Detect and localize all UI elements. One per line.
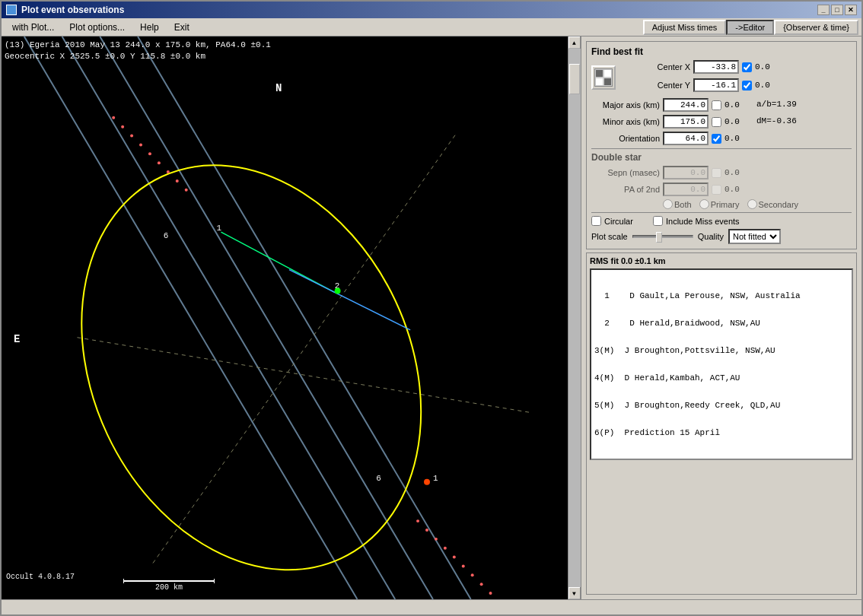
svg-point-22 [453, 556, 456, 559]
circular-checkbox[interactable] [591, 216, 601, 226]
rms-entry-2: 2 D Herald,Braidwood, NSW,AU [594, 319, 849, 328]
orientation-input[interactable] [663, 132, 709, 145]
n-label: N [275, 82, 282, 94]
menu-bar: with Plot... Plot options... Help Exit A… [2, 18, 861, 37]
svg-line-8 [289, 270, 410, 330]
primary-radio[interactable] [699, 199, 709, 209]
rms-list: 1 D Gault,La Perouse, NSW, Australia 2 D… [590, 268, 853, 460]
ab-info: a/b=1.39 [756, 98, 797, 112]
title-buttons: _ □ ✕ [817, 5, 857, 15]
secondary-label: Secondary [759, 200, 799, 209]
orientation-checkbox[interactable] [712, 134, 721, 144]
primary-radio-label[interactable]: Primary [699, 199, 740, 209]
center-x-label: Center X [622, 62, 690, 71]
menu-exit[interactable]: Exit [167, 21, 197, 34]
bottom-bar [2, 599, 861, 614]
icon-q3 [595, 78, 603, 86]
e-label: E [14, 333, 20, 345]
rms-entry-4: 4(M) D Herald,Kambah, ACT,AU [594, 373, 849, 383]
include-miss-checkbox[interactable] [653, 216, 663, 226]
radio-group: Both Primary Secondary [663, 199, 798, 209]
center-x-input[interactable] [693, 60, 739, 74]
editor-tab-button[interactable]: ->Editor [726, 20, 774, 35]
pa-input [663, 183, 709, 196]
svg-point-32 [335, 287, 341, 294]
svg-point-12 [139, 143, 142, 146]
plot-scale-label: Plot scale [591, 232, 628, 241]
fit-icon [594, 68, 613, 87]
scroll-down-button[interactable]: ▼ [568, 587, 581, 599]
center-y-input[interactable] [693, 78, 739, 92]
minor-axis-input[interactable] [663, 115, 709, 129]
divider-1 [591, 148, 852, 149]
plot-scale-slider[interactable] [632, 235, 693, 238]
minor-axis-checkbox[interactable] [712, 117, 721, 127]
rms-section: RMS fit 0.0 ±0.1 km 1 D Gault,La Perouse… [586, 252, 857, 595]
secondary-radio[interactable] [747, 199, 757, 209]
svg-line-4 [153, 135, 456, 564]
svg-text:6: 6 [164, 231, 169, 240]
icon-q2 [603, 69, 612, 78]
major-axis-checkbox[interactable] [712, 100, 721, 110]
svg-point-33 [424, 479, 430, 485]
scale-indicator: 200 km [123, 580, 215, 592]
plot-area[interactable]: 6 1 2 6 1 (13) Egeria 2010 May 13 244.0 … [2, 37, 568, 599]
center-x-row: Center X 0.0 Center Y 0.0 [591, 60, 852, 95]
center-y-field-row: Center Y 0.0 [622, 78, 778, 92]
svg-point-6 [18, 110, 485, 599]
svg-point-21 [444, 547, 447, 550]
major-axis-fixed: 0.0 [724, 100, 747, 110]
sepn-input [663, 166, 709, 179]
minimize-button[interactable]: _ [817, 5, 830, 15]
sepn-checkbox [712, 168, 721, 178]
menu-plot-options[interactable]: Plot options... [62, 21, 132, 34]
menu-help[interactable]: Help [132, 21, 167, 34]
scroll-thumb[interactable] [569, 64, 580, 94]
close-button[interactable]: ✕ [845, 5, 857, 15]
sepn-label: Sepn (masec) [591, 168, 660, 177]
minor-axis-fixed: 0.0 [724, 117, 747, 126]
rms-entry-6: 6(P) Prediction 15 April [594, 428, 849, 437]
svg-line-0 [62, 37, 396, 599]
divider-2 [591, 212, 852, 213]
minor-axis-label: Minor axis (km) [591, 117, 660, 126]
rms-entry-3: 3(M) J Broughton,Pottsville, NSW,AU [594, 346, 849, 355]
svg-line-3 [24, 37, 358, 599]
scroll-up-button[interactable]: ▲ [568, 37, 581, 49]
svg-point-23 [462, 564, 465, 567]
menu-with-plot[interactable]: with Plot... [5, 21, 62, 34]
include-miss-label: Include Miss events [666, 217, 740, 226]
center-y-checkbox[interactable] [742, 81, 752, 90]
center-x-field-row: Center X 0.0 [622, 60, 778, 74]
svg-text:1: 1 [433, 474, 438, 483]
center-x-checkbox[interactable] [742, 62, 752, 72]
dm-value: dM=-0.36 [756, 115, 797, 129]
svg-line-5 [77, 338, 531, 413]
both-label: Both [674, 200, 692, 209]
pa-checkbox [712, 185, 721, 195]
maximize-button[interactable]: □ [831, 5, 843, 15]
svg-point-14 [158, 161, 161, 164]
svg-point-20 [435, 538, 438, 541]
secondary-radio-label[interactable]: Secondary [747, 199, 799, 209]
scale-bar [123, 580, 215, 582]
radio-row: Both Primary Secondary [591, 199, 852, 209]
adjust-miss-times-button[interactable]: Adjust Miss times [643, 20, 727, 35]
slider-thumb[interactable] [656, 232, 662, 243]
double-star-section: Double star Sepn (masec) 0.0 PA of 2nd 0… [591, 152, 852, 209]
center-y-label: Center Y [622, 81, 690, 90]
fit-icon-button[interactable] [591, 65, 616, 90]
window-title: Plot event observations [21, 5, 124, 15]
observer-time-button[interactable]: {Observer & time} [774, 20, 858, 35]
major-axis-input[interactable] [663, 98, 709, 112]
svg-point-16 [176, 179, 179, 183]
minor-axis-row: Minor axis (km) 0.0 dM=-0.36 [591, 115, 852, 129]
both-radio[interactable] [663, 199, 673, 209]
right-panel: Find best fit Center X [580, 37, 861, 599]
scroll-track[interactable] [568, 49, 581, 587]
circular-label: Circular [604, 217, 650, 226]
quality-select[interactable]: Not fitted Poor Fair Good Excellent [728, 229, 781, 244]
svg-text:1: 1 [216, 224, 221, 233]
both-radio-label[interactable]: Both [663, 199, 692, 209]
svg-point-25 [480, 583, 483, 586]
